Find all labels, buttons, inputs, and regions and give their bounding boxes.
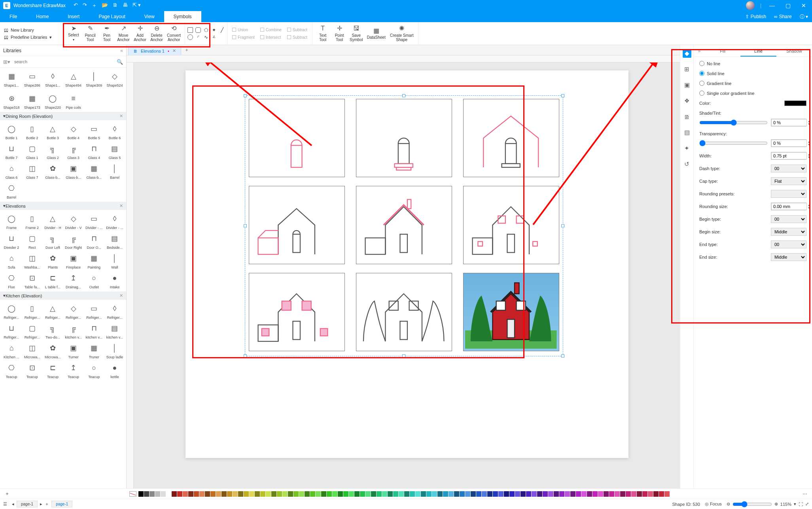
- library-item[interactable]: ◇Bottle 4: [64, 122, 83, 141]
- library-section-header[interactable]: ▾ Elevations✕: [0, 202, 126, 210]
- color-swatch[interactable]: [310, 491, 315, 497]
- page-tab-2[interactable]: page-1: [51, 501, 72, 507]
- color-swatch[interactable]: [327, 491, 332, 497]
- pencil-tool[interactable]: ✎Pencil Tool: [82, 23, 98, 44]
- color-swatch[interactable]: [244, 491, 249, 497]
- close-section-icon[interactable]: ✕: [119, 293, 123, 298]
- color-swatch[interactable]: [388, 491, 393, 497]
- color-swatch[interactable]: [266, 491, 271, 497]
- library-item[interactable]: ⊡Teacup: [22, 361, 42, 380]
- color-swatch[interactable]: [216, 491, 221, 497]
- library-item[interactable]: ▢Glass 1: [22, 142, 42, 161]
- filter-icon[interactable]: ⊞▾: [3, 59, 10, 65]
- point-tool[interactable]: ✛Point Tool: [331, 23, 347, 44]
- library-item[interactable]: ✿Plants: [43, 251, 62, 270]
- smart-shape-button[interactable]: ✺Create Smart Shape: [388, 23, 416, 44]
- move-anchor-tool[interactable]: ↗Move Anchor: [115, 23, 131, 44]
- library-item[interactable]: △Bottle 3: [43, 122, 62, 141]
- select-tool[interactable]: ➤Select▾: [66, 23, 81, 44]
- color-swatch[interactable]: [377, 491, 382, 497]
- library-section-header[interactable]: ▾ Dining Room (Elevation)✕: [0, 112, 126, 120]
- new-library-button[interactable]: 🕮New Library: [4, 28, 63, 32]
- print-icon[interactable]: 🖶: [123, 2, 128, 9]
- radio-solid-line[interactable]: Solid line: [699, 71, 806, 76]
- undo-icon[interactable]: ↶: [74, 2, 78, 9]
- library-item[interactable]: ⊓kitchen v...: [84, 321, 104, 340]
- menu-file[interactable]: File: [0, 11, 26, 22]
- library-item[interactable]: ⊏Teacup: [43, 361, 62, 380]
- color-swatch[interactable]: [460, 491, 465, 497]
- image-icon[interactable]: ▣: [683, 81, 691, 89]
- color-swatch[interactable]: [454, 491, 459, 497]
- color-swatch[interactable]: [210, 491, 216, 497]
- color-swatch[interactable]: [615, 491, 620, 497]
- color-swatch[interactable]: [565, 491, 570, 497]
- color-swatch[interactable]: [155, 491, 160, 497]
- color-swatch[interactable]: [554, 491, 559, 497]
- layers-icon[interactable]: ❖: [683, 97, 691, 105]
- color-swatch[interactable]: [354, 491, 360, 497]
- library-item[interactable]: ↥Drainag...: [64, 271, 83, 290]
- color-swatch[interactable]: [255, 491, 260, 497]
- color-swatch[interactable]: [465, 491, 470, 497]
- house-step-6[interactable]: [463, 186, 559, 264]
- rounding-size-value[interactable]: ▲▼: [771, 202, 806, 210]
- effects-icon[interactable]: ✦: [683, 144, 691, 153]
- library-item[interactable]: ✿Microwa...: [43, 341, 62, 360]
- library-item[interactable]: ○Teacup: [84, 361, 104, 380]
- color-swatch[interactable]: [177, 491, 182, 497]
- color-swatch[interactable]: [609, 491, 614, 497]
- library-item[interactable]: ▢Rect: [22, 231, 42, 250]
- color-swatch[interactable]: [471, 491, 476, 497]
- house-step-1[interactable]: [249, 99, 345, 177]
- color-swatch[interactable]: [476, 491, 481, 497]
- library-item[interactable]: ▣Glass-b...: [64, 161, 83, 180]
- color-swatch[interactable]: [227, 491, 232, 497]
- width-value[interactable]: ▲▼: [771, 152, 806, 160]
- menu-home[interactable]: Home: [26, 11, 58, 22]
- library-item[interactable]: ⊏L table f...: [43, 271, 62, 290]
- library-item[interactable]: ◇Shape524: [105, 69, 125, 88]
- library-item[interactable]: ⎔Flue: [2, 271, 21, 290]
- color-swatch[interactable]: [587, 491, 592, 497]
- color-swatch[interactable]: [349, 491, 354, 497]
- color-swatch[interactable]: [443, 491, 448, 497]
- open-icon[interactable]: 📂: [102, 2, 108, 9]
- library-item[interactable]: ⊛Shape318: [2, 91, 21, 110]
- library-item[interactable]: ╗Two-do...: [43, 321, 62, 340]
- library-item[interactable]: ╗Door Left: [43, 231, 62, 250]
- color-swatch[interactable]: [399, 491, 404, 497]
- color-swatch[interactable]: [288, 491, 293, 497]
- library-item[interactable]: ●Intake: [105, 271, 125, 290]
- add-anchor-tool[interactable]: ✛Add Anchor: [132, 23, 148, 44]
- color-swatch[interactable]: [509, 491, 515, 497]
- share-button[interactable]: ∞Share: [770, 14, 796, 19]
- radio-single-gradient[interactable]: Single color gradient line: [699, 91, 806, 96]
- color-swatch[interactable]: [637, 491, 642, 497]
- export-icon[interactable]: ⇱ ▾: [132, 2, 141, 9]
- canvas-viewport[interactable]: [134, 62, 680, 488]
- publish-button[interactable]: ⇪Publish: [741, 14, 770, 19]
- color-swatch[interactable]: [437, 491, 443, 497]
- no-color-swatch[interactable]: [129, 491, 136, 497]
- zoom-slider[interactable]: [733, 501, 772, 507]
- library-item[interactable]: ╗Glass 2: [43, 142, 62, 161]
- color-swatch[interactable]: [321, 491, 326, 497]
- color-swatch[interactable]: [338, 491, 343, 497]
- transparency-value[interactable]: ▲▼: [771, 139, 806, 147]
- menu-view[interactable]: View: [135, 11, 164, 22]
- save-icon[interactable]: 🗎: [113, 2, 118, 9]
- color-swatch[interactable]: [221, 491, 227, 497]
- subtract-button[interactable]: Subtract: [285, 27, 310, 33]
- tab-line[interactable]: Line: [740, 45, 776, 57]
- union-button[interactable]: Union: [230, 27, 257, 33]
- collapse-libraries-icon[interactable]: «: [120, 48, 123, 53]
- menu-symbols[interactable]: Symbols: [164, 11, 201, 22]
- color-swatch[interactable]: [570, 491, 575, 497]
- color-swatch[interactable]: [271, 491, 276, 497]
- new-icon[interactable]: ＋: [92, 2, 97, 9]
- library-item[interactable]: ▢Refriger...: [22, 321, 42, 340]
- begin-size-select[interactable]: Middle: [771, 228, 806, 236]
- library-item[interactable]: ╔Door Right: [64, 231, 83, 250]
- color-swatch[interactable]: [432, 491, 437, 497]
